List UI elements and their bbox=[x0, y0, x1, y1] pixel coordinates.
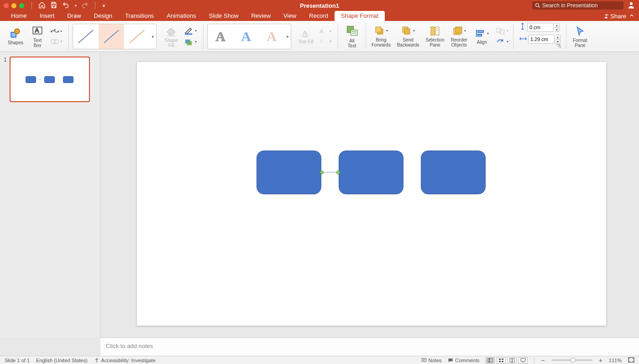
tab-insert[interactable]: Insert bbox=[33, 11, 61, 21]
svg-point-0 bbox=[536, 4, 539, 7]
normal-view-button[interactable] bbox=[486, 357, 495, 364]
tab-slideshow[interactable]: Slide Show bbox=[202, 11, 245, 21]
tab-review[interactable]: Review bbox=[245, 11, 277, 21]
merge-shapes-button[interactable]: ▾ bbox=[49, 37, 63, 46]
svg-rect-39 bbox=[478, 31, 483, 32]
qat-customize-icon[interactable]: ▾ bbox=[103, 3, 105, 8]
shape-height-input[interactable] bbox=[527, 23, 554, 32]
svg-line-1 bbox=[539, 6, 540, 8]
fit-to-window-button[interactable] bbox=[628, 357, 634, 364]
svg-rect-21 bbox=[302, 36, 309, 37]
shape-style-gallery[interactable]: ▸ bbox=[73, 24, 157, 49]
search-input[interactable]: Search in Presentation bbox=[532, 1, 623, 10]
zoom-level[interactable]: 111% bbox=[609, 358, 622, 363]
share-button[interactable]: Share bbox=[603, 13, 626, 20]
svg-point-5 bbox=[15, 29, 20, 34]
connector-line[interactable] bbox=[322, 172, 338, 172]
ribbon: Shapes A Text Box ▾ ▾ ▸ Shape Fill ▾ bbox=[0, 21, 639, 52]
shape-fill-button[interactable]: Shape Fill bbox=[161, 24, 181, 49]
svg-point-8 bbox=[51, 31, 52, 32]
svg-text:A: A bbox=[320, 28, 324, 35]
undo-icon[interactable] bbox=[62, 1, 69, 10]
connector-handle-end[interactable] bbox=[336, 171, 340, 174]
accessibility-status[interactable]: Accessibility: Investigate bbox=[94, 358, 156, 363]
svg-text:A: A bbox=[35, 27, 39, 34]
height-spinner[interactable]: ▲▼ bbox=[555, 23, 560, 32]
shape-outline-button[interactable]: ▾ bbox=[183, 26, 198, 36]
slide-thumbnail-panel[interactable]: 1 bbox=[0, 52, 100, 338]
tab-home[interactable]: Home bbox=[5, 11, 33, 21]
shape-effects-button[interactable]: ▾ bbox=[183, 37, 198, 47]
svg-rect-49 bbox=[488, 359, 489, 362]
text-fill-button: A Text Fill bbox=[296, 27, 316, 45]
tab-design[interactable]: Design bbox=[88, 11, 119, 21]
width-spinner[interactable]: ▲▼ bbox=[555, 35, 560, 44]
notes-placeholder: Click to add notes bbox=[106, 343, 153, 349]
zoom-slider-thumb[interactable] bbox=[571, 358, 576, 363]
wordart-style-1[interactable]: A bbox=[208, 24, 233, 49]
text-box-button[interactable]: A Text Box bbox=[27, 24, 47, 49]
comments-toggle[interactable]: Comments bbox=[448, 358, 479, 363]
reorder-objects-button[interactable]: ▾ Reorder Objects bbox=[449, 25, 469, 48]
minimize-window-icon[interactable] bbox=[11, 3, 16, 8]
zoom-window-icon[interactable] bbox=[19, 3, 24, 8]
slide-count[interactable]: Slide 1 of 1 bbox=[5, 358, 30, 363]
rotate-button[interactable]: ▾ bbox=[495, 37, 509, 47]
language-status[interactable]: English (United States) bbox=[36, 358, 88, 363]
reading-view-button[interactable] bbox=[508, 357, 517, 364]
wordart-style-gallery[interactable]: A A A ▸ bbox=[207, 24, 291, 49]
rounded-rectangle-3[interactable] bbox=[421, 151, 486, 194]
ribbon-tabs: Home Insert Draw Design Transitions Anim… bbox=[0, 11, 639, 21]
dialog-launcher-icon[interactable] bbox=[556, 44, 560, 50]
tab-transitions[interactable]: Transitions bbox=[119, 11, 160, 21]
close-window-icon[interactable] bbox=[4, 3, 9, 8]
text-effects-button: A▾ bbox=[318, 37, 332, 46]
notes-toggle[interactable]: Notes bbox=[421, 358, 442, 363]
svg-rect-32 bbox=[431, 27, 435, 35]
shape-style-3[interactable] bbox=[124, 24, 150, 49]
shape-width-input[interactable] bbox=[528, 35, 555, 44]
notes-pane[interactable]: Click to add notes bbox=[100, 338, 639, 356]
collapse-ribbon-icon[interactable] bbox=[629, 13, 634, 20]
format-pane-button[interactable]: Format Pane bbox=[570, 24, 590, 49]
wordart-style-2[interactable]: A bbox=[233, 24, 259, 49]
shape-style-1[interactable] bbox=[73, 24, 99, 49]
align-button[interactable]: ▾ Align bbox=[472, 27, 492, 46]
slide-thumbnail-1[interactable] bbox=[10, 57, 90, 102]
account-icon[interactable] bbox=[627, 1, 635, 10]
tab-view[interactable]: View bbox=[277, 11, 303, 21]
connector-handle-start[interactable] bbox=[320, 171, 324, 174]
tab-shape-format[interactable]: Shape Format bbox=[335, 11, 385, 21]
zoom-slider[interactable] bbox=[551, 359, 592, 361]
svg-line-13 bbox=[79, 30, 93, 43]
svg-rect-55 bbox=[521, 359, 525, 361]
workspace: 1 bbox=[0, 52, 639, 338]
rounded-rectangle-1[interactable] bbox=[257, 151, 321, 194]
shapes-button[interactable]: Shapes bbox=[5, 26, 26, 46]
alt-text-button[interactable]: Alt Text bbox=[342, 24, 362, 49]
slide[interactable] bbox=[137, 62, 606, 326]
save-icon[interactable] bbox=[50, 1, 58, 10]
gallery-more-icon[interactable]: ▸ bbox=[150, 34, 156, 39]
wordart-style-3[interactable]: A bbox=[259, 24, 284, 49]
document-title: Presentation1 bbox=[300, 2, 339, 9]
shape-style-2[interactable] bbox=[99, 24, 124, 49]
tab-record[interactable]: Record bbox=[303, 11, 335, 21]
slideshow-view-button[interactable] bbox=[519, 357, 528, 364]
wordart-more-icon[interactable]: ▸ bbox=[284, 34, 291, 39]
bring-forward-button[interactable]: ▾ Bring Forwards bbox=[370, 25, 393, 48]
undo-dropdown-icon[interactable]: ▾ bbox=[75, 4, 77, 8]
zoom-out-button[interactable]: − bbox=[541, 357, 545, 364]
rounded-rectangle-2[interactable] bbox=[339, 151, 403, 194]
send-backward-button[interactable]: ▾ Send Backwards bbox=[395, 25, 421, 48]
slide-canvas-area[interactable] bbox=[100, 52, 639, 338]
tab-draw[interactable]: Draw bbox=[61, 11, 87, 21]
tab-animations[interactable]: Animations bbox=[160, 11, 202, 21]
selection-pane-button[interactable]: Selection Pane bbox=[424, 25, 446, 48]
zoom-in-button[interactable]: + bbox=[599, 357, 602, 364]
redo-icon[interactable] bbox=[81, 1, 89, 10]
group-button[interactable]: ▾ bbox=[495, 26, 509, 36]
home-icon[interactable] bbox=[38, 1, 46, 10]
slide-sorter-button[interactable] bbox=[497, 357, 506, 364]
edit-shape-button[interactable]: ▾ bbox=[49, 27, 63, 36]
